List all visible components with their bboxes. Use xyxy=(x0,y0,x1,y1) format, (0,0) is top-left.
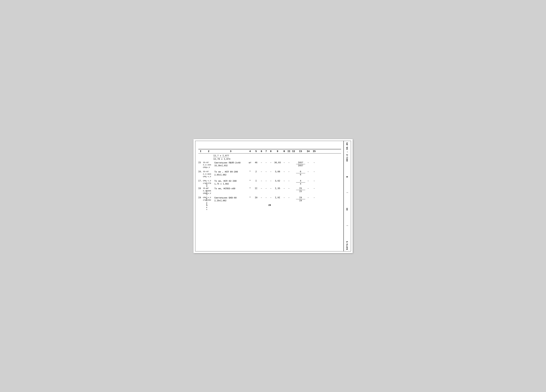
row-qty-16: 2 xyxy=(253,170,259,173)
row-d15-17: – xyxy=(311,180,317,182)
row-d7-19: – xyxy=(264,196,269,199)
row-total-17: 4 4 xyxy=(296,180,305,185)
row-d15-16: – xyxy=(311,170,317,173)
row-d10-18: – xyxy=(282,187,287,190)
col-header-9: 9 xyxy=(273,150,282,153)
row-ref-17: СРЦ ч.У стр.I76 xyxy=(203,180,214,185)
data-row-16: I6. I5-07 п.I-023 СРЦ ч.У То же , НСП 09… xyxy=(198,170,341,178)
data-row-17: I7. СРЦ ч.У стр.I76 То же, НСП 02-I00 1,… xyxy=(198,180,341,185)
row-ref-19: СРЦ ч.У стр.I82 xyxy=(203,196,214,202)
row-d10-17: – xyxy=(282,180,287,182)
row-d6-17: – xyxy=(259,180,264,182)
row-total-18: I5 I5 xyxy=(296,187,305,193)
row-d11-17: – xyxy=(287,180,291,182)
row-d6-15: – xyxy=(259,161,264,164)
row-d15-18: – xyxy=(311,187,317,190)
row-d11-19: – xyxy=(287,196,291,199)
data-row-18: I8 I5-07 п.I-045 СРЦ ч.У То же, НСПОЗ-х6… xyxy=(198,187,341,195)
side-text-top: 801-2 – 60.85 xyxy=(346,142,349,161)
col-header-7: 7 xyxy=(264,150,269,153)
col-header-1: I xyxy=(198,150,203,153)
side-panel: 801-2 – 60.85 Ш | 83 | 9473/3 xyxy=(344,141,351,251)
col-header-11: II xyxy=(287,150,291,153)
row-cost-15: 36,03 xyxy=(273,161,282,164)
main-content: К Ф ЦНТИ 1986 • Дк350 з 52627 I 2 3 4 5 … xyxy=(195,141,344,251)
row-unit-17: " xyxy=(247,180,253,182)
col-header-15: I5 xyxy=(311,150,317,153)
row-d14-16: – xyxy=(305,170,311,173)
row-ref-18: I5-07 п.I-045 СРЦ ч.У xyxy=(203,187,214,195)
col-header-2: 2 xyxy=(203,150,214,153)
row-cost-19: I,9I xyxy=(273,196,282,199)
data-row-15: I5 I5-07 п.I-I54 СРЦч.У Светильник ПВЛП-… xyxy=(198,161,341,169)
side-text-bottom: 9473/3 xyxy=(346,241,349,250)
col-header-12: I2 xyxy=(291,150,296,153)
row-d14-15: – xyxy=(305,161,311,164)
row-d15-15: – xyxy=(311,161,317,164)
col-header-6: 6 xyxy=(259,150,264,153)
row-cost-16: 3,08 xyxy=(273,170,282,173)
row-desc-17: То же, НСП 02-I00 1,75 x I,082 xyxy=(214,180,247,185)
formula-text-2: I2,70 x I,074 xyxy=(214,158,230,160)
row-d7-17: – xyxy=(264,180,269,182)
col-header-8: 8 xyxy=(269,150,273,153)
row-desc-16: То же , НСП 09-200 2,85хI,082 xyxy=(214,170,247,176)
row-unit-16: " xyxy=(247,170,253,173)
row-d8-19: – xyxy=(269,196,273,199)
row-d8-16: – xyxy=(269,170,273,173)
row-id-17: I7. xyxy=(198,180,203,182)
row-id-19: I9 xyxy=(198,196,203,199)
row-d11-18: – xyxy=(287,187,291,190)
col-header-10: Ю xyxy=(282,150,287,153)
formula-line-1: I2,7 x I,077 xyxy=(214,155,341,157)
row-d7-16: – xyxy=(264,170,269,173)
row-d14-17: – xyxy=(305,180,311,182)
row-d8-15: – xyxy=(269,161,273,164)
row-d7-15: – xyxy=(264,161,269,164)
row-unit-18: " xyxy=(247,187,253,190)
row-d8-17: – xyxy=(269,180,273,182)
row-desc-15: Светильник ПВЛП-2х40 33,30хI,032 xyxy=(214,161,247,167)
row-d6-19: – xyxy=(259,196,264,199)
row-cost-18: I,35 xyxy=(273,187,282,190)
row-d15-19: – xyxy=(311,196,317,199)
row-desc-18: То же, НСПОЗ-х60 xyxy=(214,187,247,190)
col-header-4: 4 xyxy=(247,150,253,153)
row-unit-19: " xyxy=(247,196,253,199)
row-d6-18: – xyxy=(259,187,264,190)
row-d10-16: – xyxy=(282,170,287,173)
row-id-15: I5 xyxy=(198,161,203,164)
column-headers: I 2 3 4 5 6 7 8 9 Ю II I2 I3 I4 I5 xyxy=(198,149,341,154)
row-unit-15: шт xyxy=(247,161,253,164)
left-margin-text: К Ф ЦНТИ 1986 • Дк350 з 52627 xyxy=(206,182,208,210)
side-text-mid1: Ш xyxy=(346,176,349,177)
row-d14-19: – xyxy=(305,196,311,199)
row-cost-17: 3,62 xyxy=(273,180,282,182)
data-row-19: I9 СРЦ ч.У стр.I82 Светильник БКВ-60 2,I… xyxy=(198,196,341,202)
formula-text-1: I2,7 x I,077 xyxy=(214,155,229,157)
page-number: 28 xyxy=(198,204,341,207)
row-d11-16: – xyxy=(287,170,291,173)
formula-area: I2,7 x I,077 I2,70 x I,074 xyxy=(198,154,341,161)
row-qty-17: I xyxy=(253,180,259,182)
row-ref-15: I5-07 п.I-I54 СРЦч.У xyxy=(203,161,214,169)
col-header-14: I4 xyxy=(305,150,311,153)
row-d10-19: – xyxy=(282,196,287,199)
row-total-16: 6 6 xyxy=(296,170,305,176)
row-d10-15: – xyxy=(282,161,287,164)
row-total-15: I657 I657 xyxy=(296,161,305,167)
side-divider: | xyxy=(346,192,348,193)
row-d7-18: – xyxy=(264,187,269,190)
row-qty-19: I0 xyxy=(253,196,259,199)
row-qty-15: 46 xyxy=(253,161,259,164)
row-d14-18: – xyxy=(305,187,311,190)
row-id-18: I8 xyxy=(198,187,203,190)
col-header-3: 3 xyxy=(214,150,247,153)
row-d8-18: – xyxy=(269,187,273,190)
side-divider2: | xyxy=(346,225,348,226)
row-desc-19: Светильник БКВ-60 2,I0хI,082 xyxy=(214,196,247,202)
col-header-5: 5 xyxy=(253,150,259,153)
row-d11-15: – xyxy=(287,161,291,164)
row-d6-16: – xyxy=(259,170,264,173)
side-text-mid2: 83 xyxy=(346,208,349,210)
